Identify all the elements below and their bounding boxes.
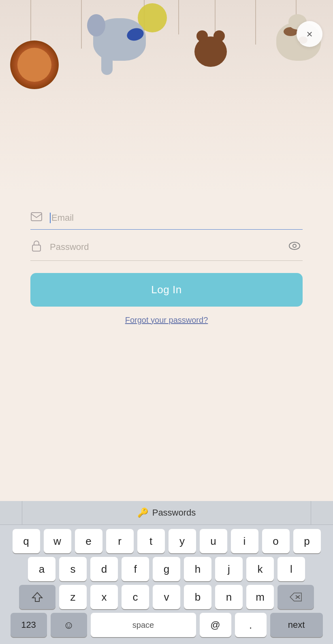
key-n[interactable]: n [215,585,243,609]
key-u[interactable]: u [200,529,227,553]
email-input-group[interactable] [30,207,303,230]
key-q[interactable]: q [13,529,40,553]
key-j[interactable]: j [215,557,243,581]
key-k[interactable]: k [246,557,274,581]
keyboard-row-2: a s d f g h j k l [2,557,331,581]
key-r[interactable]: r [106,529,134,553]
keyboard-keys: q w e r t y u i o p a s d f g h j k l [0,525,333,644]
svg-point-3 [293,244,296,247]
passwords-autofill-label[interactable]: 🔑 Passwords [137,508,196,518]
next-key[interactable]: next [270,613,323,637]
key-x[interactable]: x [90,585,118,609]
key-o[interactable]: o [262,529,290,553]
email-field[interactable] [51,213,303,223]
emoji-key[interactable]: ☺ [51,613,87,637]
toolbar-left-divider [0,501,22,525]
keyboard: 🔑 Passwords q w e r t y u i o p a s d f … [0,501,333,644]
forgot-password-link[interactable]: Forgot your password? [30,316,303,325]
keyboard-row-3: z x c v b n m [2,585,331,609]
svg-marker-4 [32,593,42,601]
key-w[interactable]: w [44,529,71,553]
key-g[interactable]: g [153,557,180,581]
hero-image: × [0,0,333,194]
period-key[interactable]: . [235,613,267,637]
key-z[interactable]: z [59,585,87,609]
shift-key[interactable] [19,585,56,609]
at-key[interactable]: @ [200,613,231,637]
email-icon [30,212,43,224]
key-s[interactable]: s [59,557,87,581]
key-t[interactable]: t [137,529,165,553]
key-y[interactable]: y [169,529,196,553]
key-p[interactable]: p [293,529,321,553]
password-field[interactable] [50,242,286,252]
login-button[interactable]: Log In [30,273,303,307]
password-input-group[interactable] [30,234,303,261]
space-key[interactable]: space [91,613,196,637]
key-v[interactable]: v [153,585,180,609]
numbers-key[interactable]: 123 [11,613,47,637]
keyboard-toolbar: 🔑 Passwords [0,501,333,525]
backspace-key[interactable] [278,585,314,609]
toolbar-right-divider [311,501,333,525]
key-d[interactable]: d [90,557,118,581]
close-button[interactable]: × [297,21,322,47]
svg-rect-1 [32,245,41,251]
key-c[interactable]: c [122,585,149,609]
key-i[interactable]: i [231,529,258,553]
key-e[interactable]: e [75,529,102,553]
toggle-password-visibility-button[interactable] [286,239,303,255]
login-form: Log In Forgot your password? [0,194,333,341]
lock-icon [30,240,43,254]
keyboard-row-1: q w e r t y u i o p [2,529,331,553]
svg-point-2 [289,242,300,249]
svg-rect-0 [31,213,42,221]
text-cursor [50,213,51,223]
key-m[interactable]: m [246,585,274,609]
key-a[interactable]: a [28,557,56,581]
key-h[interactable]: h [184,557,211,581]
key-icon: 🔑 [137,508,148,518]
key-l[interactable]: l [278,557,305,581]
key-b[interactable]: b [184,585,211,609]
key-f[interactable]: f [122,557,149,581]
keyboard-row-4: 123 ☺ space @ . next [2,613,331,637]
